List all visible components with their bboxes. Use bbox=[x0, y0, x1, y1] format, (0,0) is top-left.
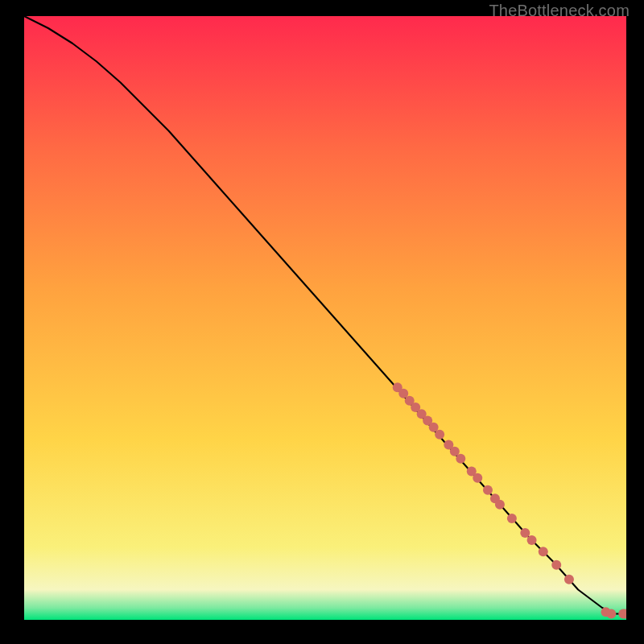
highlight-point bbox=[606, 609, 616, 619]
highlight-point bbox=[551, 560, 561, 570]
highlight-point bbox=[483, 485, 493, 495]
highlight-point bbox=[564, 575, 574, 584]
bottleneck-chart bbox=[24, 16, 626, 620]
highlight-point bbox=[507, 514, 517, 523]
highlight-point bbox=[435, 430, 444, 440]
highlight-point bbox=[539, 547, 548, 556]
chart-background bbox=[24, 16, 626, 620]
highlight-point bbox=[520, 528, 530, 538]
chart-stage: TheBottleneck.com bbox=[0, 0, 644, 644]
highlight-point bbox=[527, 535, 537, 545]
highlight-point bbox=[473, 473, 482, 483]
highlight-point bbox=[495, 500, 505, 510]
highlight-point bbox=[456, 454, 465, 464]
